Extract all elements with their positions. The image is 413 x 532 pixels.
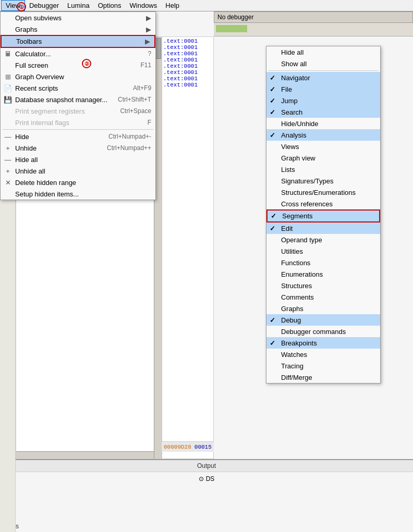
code-scrollbar-h[interactable] — [16, 451, 154, 459]
menu-delete-hidden[interactable]: ✕ Delete hidden range — [1, 177, 155, 188]
sub-show-all-label: Show all — [281, 60, 307, 68]
menu-recent-scripts[interactable]: 📄 Recent scripts Alt+F9 — [1, 82, 155, 94]
menu-print-flags[interactable]: Print internal flags F — [1, 117, 155, 128]
sub-operand-type-label: Operand type — [281, 236, 322, 244]
sub-diff-merge-label: Diff/Merge — [281, 374, 312, 381]
hide-icon: — — [3, 133, 13, 141]
sub-tracing[interactable]: Tracing — [266, 360, 380, 372]
sub-edit-label: Edit — [281, 225, 293, 232]
addr-hex-1: 00009D28 — [164, 444, 191, 450]
ds-label: DS — [206, 475, 215, 482]
menubar-windows[interactable]: Windows — [126, 1, 162, 10]
sub-graph-view[interactable]: Graph view — [266, 152, 380, 164]
addr-4: .text:0001 — [163, 57, 212, 63]
menu-unhide[interactable]: + Unhide Ctrl+Numpad++ — [1, 142, 155, 154]
sub-hide-all-label: Hide all — [281, 48, 303, 56]
sub-search[interactable]: Search — [266, 106, 380, 118]
sub-utilities[interactable]: Utilities — [266, 245, 380, 257]
sub-enumerations[interactable]: Enumerations — [266, 268, 380, 280]
menubar-lumina[interactable]: Lumina — [63, 1, 94, 10]
sub-lists[interactable]: Lists — [266, 164, 380, 175]
sub-debug[interactable]: Debug — [266, 314, 380, 326]
sub-hide-unhide-label: Hide/Unhide — [281, 120, 319, 128]
sub-jump-label: Jump — [281, 97, 298, 105]
menubar: View Debugger Lumina Options Windows Hel… — [0, 0, 413, 11]
sub-debugger-commands[interactable]: Debugger commands — [266, 326, 380, 337]
db-icon: 💾 — [3, 96, 13, 104]
sub-analysis[interactable]: Analysis — [266, 129, 380, 141]
menu-calculator[interactable]: 🖩 Calculator... ? — [1, 48, 155, 59]
sub-graph-view-label: Graph view — [281, 154, 315, 162]
view-menu-dropdown: Open subviews ▶ Graphs ▶ Toolbars ▶ ② 🖩 … — [0, 11, 156, 200]
sub-functions[interactable]: Functions — [266, 257, 380, 268]
sub-hide-all[interactable]: Hide all — [266, 46, 380, 58]
unhide-icon: + — [3, 144, 13, 152]
sub-watches[interactable]: Watches — [266, 349, 380, 360]
menu-toolbars[interactable]: Toolbars ▶ — [1, 35, 155, 48]
sub-structs-enums-label: Structures/Enumerations — [281, 189, 356, 196]
sub-cross-refs-label: Cross references — [281, 200, 333, 208]
menu-hide[interactable]: — Hide Ctrl+Numpad+- — [1, 131, 155, 142]
sub-debugger-commands-label: Debugger commands — [281, 328, 346, 336]
addr-1: .text:0001 — [163, 38, 212, 44]
graph-overview-icon: ⊞ — [3, 73, 13, 81]
menu-fullscreen[interactable]: Full screen F11 — [1, 59, 155, 71]
output-ds: ⊙ DS — [0, 472, 413, 486]
menubar-help[interactable]: Help — [161, 1, 184, 10]
sub-debug-label: Debug — [281, 316, 301, 324]
sub-segments-label: Segments — [282, 212, 313, 220]
sub-diff-merge[interactable]: Diff/Merge — [266, 372, 380, 383]
toolbar-strip — [214, 23, 413, 36]
toolbar-green-bar — [216, 25, 247, 32]
menu-setup-hidden[interactable]: Setup hidden items... — [1, 188, 155, 200]
sub-utilities-label: Utilities — [281, 248, 303, 255]
code-list-right: .text:0001 .text:0001 .text:0001 .text:0… — [162, 36, 214, 459]
sub-edit[interactable]: Edit — [266, 222, 380, 234]
menu-print-seg[interactable]: Print segment registers Ctrl+Space — [1, 105, 155, 117]
sub-cross-refs[interactable]: Cross references — [266, 198, 380, 209]
sub-file-label: File — [281, 85, 292, 93]
sub-structs-enums[interactable]: Structures/Enumerations — [266, 187, 380, 198]
sub-operand-type[interactable]: Operand type — [266, 234, 380, 245]
sub-hide-unhide[interactable]: Hide/Unhide — [266, 118, 380, 129]
menu-db-snapshot[interactable]: 💾 Database snapshot manager... Ctrl+Shif… — [1, 94, 155, 105]
sub-comments[interactable]: Comments — [266, 291, 380, 303]
no-debugger-bar: No debugger — [214, 11, 413, 23]
sub-views[interactable]: Views — [266, 141, 380, 152]
sub-navigator[interactable]: Navigator — [266, 72, 380, 83]
menu-hide-all[interactable]: — Hide all — [1, 154, 155, 165]
sub-file[interactable]: File — [266, 83, 380, 95]
sub-sig-types[interactable]: Signatures/Types — [266, 175, 380, 187]
sub-graphs[interactable]: Graphs — [266, 303, 380, 314]
sub-sep-1 — [269, 70, 378, 71]
sub-lists-label: Lists — [281, 166, 295, 174]
sub-functions-label: Functions — [281, 259, 310, 267]
menubar-debugger[interactable]: Debugger — [25, 1, 63, 10]
sub-comments-label: Comments — [281, 293, 314, 301]
menu-unhide-all[interactable]: + Unhide all — [1, 165, 155, 177]
output-header: Output — [0, 460, 413, 472]
sub-navigator-label: Navigator — [281, 74, 310, 82]
scripts-icon: 📄 — [3, 84, 13, 92]
sub-structures-label: Structures — [281, 282, 312, 290]
sub-breakpoints-label: Breakpoints — [281, 339, 317, 347]
menu-graphs[interactable]: Graphs ▶ — [1, 23, 155, 35]
addr-5: .text:0001 — [163, 63, 212, 69]
sub-segments[interactable]: Segments — [266, 209, 380, 222]
sub-breakpoints[interactable]: Breakpoints — [266, 337, 380, 349]
menu-graph-overview[interactable]: ⊞ Graph Overview — [1, 71, 155, 82]
output-area: Output ⊙ DS points — [0, 459, 413, 532]
sub-watches-label: Watches — [281, 351, 307, 358]
addr-2: .text:0001 — [163, 44, 212, 51]
hide-all-icon: — — [3, 156, 13, 164]
no-debugger-text: No debugger — [217, 14, 253, 21]
sub-analysis-label: Analysis — [281, 131, 306, 139]
sub-show-all[interactable]: Show all — [266, 58, 380, 69]
sub-jump[interactable]: Jump — [266, 95, 380, 106]
addr-3: .text:0001 — [163, 51, 212, 57]
addr-6: .text:0001 — [163, 69, 212, 76]
sub-structures[interactable]: Structures — [266, 280, 380, 291]
menu-open-subviews[interactable]: Open subviews ▶ — [1, 12, 155, 23]
sub-enumerations-label: Enumerations — [281, 270, 323, 278]
menubar-options[interactable]: Options — [94, 1, 126, 10]
